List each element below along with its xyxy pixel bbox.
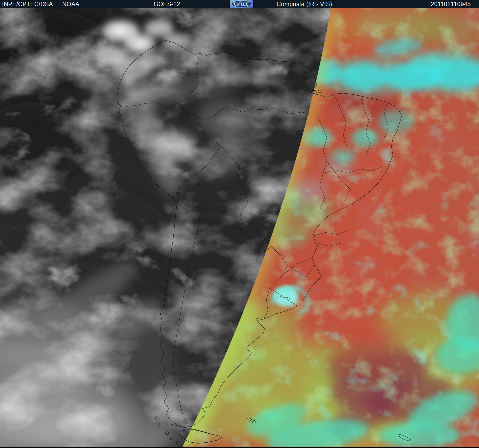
org-label: NOAA	[62, 1, 79, 7]
product-label: Composta (IR - VIS)	[277, 1, 332, 7]
agency-label: INPE/CPTEC/DSA	[2, 1, 53, 7]
timestamp-label: 201102110945	[431, 1, 471, 7]
satellite-product-screen: INPE/CPTEC/DSA NOAA GOES-12 CPTEC Compos…	[0, 0, 479, 448]
header-bar: INPE/CPTEC/DSA NOAA GOES-12 CPTEC Compos…	[0, 0, 479, 8]
satellite-label: GOES-12	[154, 1, 180, 7]
cptec-logo: CPTEC	[230, 0, 253, 8]
satellite-composite-image	[0, 8, 479, 448]
image-bottom-edge	[0, 447, 479, 448]
logo-text: CPTEC	[234, 2, 249, 7]
